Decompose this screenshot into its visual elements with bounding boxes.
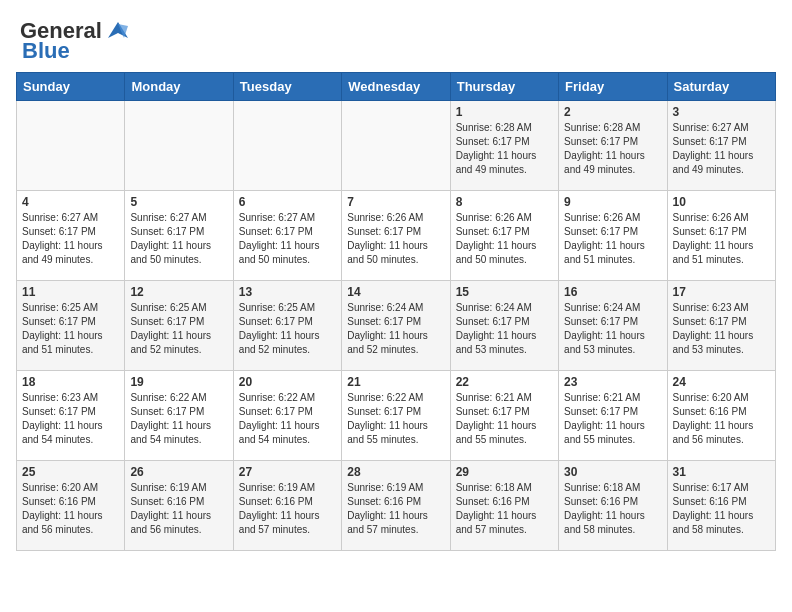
day-cell: 29Sunrise: 6:18 AM Sunset: 6:16 PM Dayli… xyxy=(450,461,558,551)
day-info: Sunrise: 6:20 AM Sunset: 6:16 PM Dayligh… xyxy=(673,391,770,447)
header-day-sunday: Sunday xyxy=(17,73,125,101)
day-number: 26 xyxy=(130,465,227,479)
day-number: 31 xyxy=(673,465,770,479)
day-info: Sunrise: 6:22 AM Sunset: 6:17 PM Dayligh… xyxy=(347,391,444,447)
day-cell xyxy=(233,101,341,191)
day-cell: 30Sunrise: 6:18 AM Sunset: 6:16 PM Dayli… xyxy=(559,461,667,551)
day-number: 18 xyxy=(22,375,119,389)
day-number: 5 xyxy=(130,195,227,209)
day-number: 7 xyxy=(347,195,444,209)
day-info: Sunrise: 6:22 AM Sunset: 6:17 PM Dayligh… xyxy=(239,391,336,447)
day-number: 17 xyxy=(673,285,770,299)
day-cell: 24Sunrise: 6:20 AM Sunset: 6:16 PM Dayli… xyxy=(667,371,775,461)
day-cell: 20Sunrise: 6:22 AM Sunset: 6:17 PM Dayli… xyxy=(233,371,341,461)
day-number: 30 xyxy=(564,465,661,479)
day-info: Sunrise: 6:27 AM Sunset: 6:17 PM Dayligh… xyxy=(22,211,119,267)
day-number: 12 xyxy=(130,285,227,299)
day-cell: 18Sunrise: 6:23 AM Sunset: 6:17 PM Dayli… xyxy=(17,371,125,461)
page-header: General Blue xyxy=(10,10,782,68)
day-number: 14 xyxy=(347,285,444,299)
day-info: Sunrise: 6:22 AM Sunset: 6:17 PM Dayligh… xyxy=(130,391,227,447)
day-info: Sunrise: 6:26 AM Sunset: 6:17 PM Dayligh… xyxy=(456,211,553,267)
day-info: Sunrise: 6:28 AM Sunset: 6:17 PM Dayligh… xyxy=(456,121,553,177)
day-cell: 2Sunrise: 6:28 AM Sunset: 6:17 PM Daylig… xyxy=(559,101,667,191)
day-cell: 22Sunrise: 6:21 AM Sunset: 6:17 PM Dayli… xyxy=(450,371,558,461)
day-cell: 25Sunrise: 6:20 AM Sunset: 6:16 PM Dayli… xyxy=(17,461,125,551)
day-info: Sunrise: 6:25 AM Sunset: 6:17 PM Dayligh… xyxy=(130,301,227,357)
day-info: Sunrise: 6:24 AM Sunset: 6:17 PM Dayligh… xyxy=(347,301,444,357)
day-info: Sunrise: 6:27 AM Sunset: 6:17 PM Dayligh… xyxy=(239,211,336,267)
day-number: 11 xyxy=(22,285,119,299)
logo-bird-icon xyxy=(104,20,132,42)
day-info: Sunrise: 6:19 AM Sunset: 6:16 PM Dayligh… xyxy=(130,481,227,537)
day-cell xyxy=(342,101,450,191)
day-cell: 14Sunrise: 6:24 AM Sunset: 6:17 PM Dayli… xyxy=(342,281,450,371)
day-info: Sunrise: 6:23 AM Sunset: 6:17 PM Dayligh… xyxy=(22,391,119,447)
day-cell: 15Sunrise: 6:24 AM Sunset: 6:17 PM Dayli… xyxy=(450,281,558,371)
day-info: Sunrise: 6:18 AM Sunset: 6:16 PM Dayligh… xyxy=(564,481,661,537)
day-cell: 6Sunrise: 6:27 AM Sunset: 6:17 PM Daylig… xyxy=(233,191,341,281)
day-cell xyxy=(125,101,233,191)
day-cell xyxy=(17,101,125,191)
day-info: Sunrise: 6:23 AM Sunset: 6:17 PM Dayligh… xyxy=(673,301,770,357)
day-cell: 31Sunrise: 6:17 AM Sunset: 6:16 PM Dayli… xyxy=(667,461,775,551)
day-info: Sunrise: 6:27 AM Sunset: 6:17 PM Dayligh… xyxy=(130,211,227,267)
week-row-2: 4Sunrise: 6:27 AM Sunset: 6:17 PM Daylig… xyxy=(17,191,776,281)
day-number: 8 xyxy=(456,195,553,209)
header-day-wednesday: Wednesday xyxy=(342,73,450,101)
day-number: 23 xyxy=(564,375,661,389)
day-cell: 1Sunrise: 6:28 AM Sunset: 6:17 PM Daylig… xyxy=(450,101,558,191)
day-cell: 5Sunrise: 6:27 AM Sunset: 6:17 PM Daylig… xyxy=(125,191,233,281)
day-info: Sunrise: 6:25 AM Sunset: 6:17 PM Dayligh… xyxy=(239,301,336,357)
day-cell: 7Sunrise: 6:26 AM Sunset: 6:17 PM Daylig… xyxy=(342,191,450,281)
day-cell: 23Sunrise: 6:21 AM Sunset: 6:17 PM Dayli… xyxy=(559,371,667,461)
day-number: 6 xyxy=(239,195,336,209)
header-day-saturday: Saturday xyxy=(667,73,775,101)
day-info: Sunrise: 6:25 AM Sunset: 6:17 PM Dayligh… xyxy=(22,301,119,357)
day-cell: 4Sunrise: 6:27 AM Sunset: 6:17 PM Daylig… xyxy=(17,191,125,281)
day-cell: 8Sunrise: 6:26 AM Sunset: 6:17 PM Daylig… xyxy=(450,191,558,281)
day-number: 21 xyxy=(347,375,444,389)
day-number: 2 xyxy=(564,105,661,119)
day-number: 13 xyxy=(239,285,336,299)
day-info: Sunrise: 6:19 AM Sunset: 6:16 PM Dayligh… xyxy=(347,481,444,537)
header-day-monday: Monday xyxy=(125,73,233,101)
calendar-header: SundayMondayTuesdayWednesdayThursdayFrid… xyxy=(17,73,776,101)
day-info: Sunrise: 6:21 AM Sunset: 6:17 PM Dayligh… xyxy=(564,391,661,447)
day-number: 19 xyxy=(130,375,227,389)
day-info: Sunrise: 6:27 AM Sunset: 6:17 PM Dayligh… xyxy=(673,121,770,177)
day-number: 15 xyxy=(456,285,553,299)
day-cell: 3Sunrise: 6:27 AM Sunset: 6:17 PM Daylig… xyxy=(667,101,775,191)
day-number: 10 xyxy=(673,195,770,209)
day-cell: 28Sunrise: 6:19 AM Sunset: 6:16 PM Dayli… xyxy=(342,461,450,551)
day-number: 29 xyxy=(456,465,553,479)
day-number: 1 xyxy=(456,105,553,119)
calendar: SundayMondayTuesdayWednesdayThursdayFrid… xyxy=(10,72,782,551)
day-cell: 10Sunrise: 6:26 AM Sunset: 6:17 PM Dayli… xyxy=(667,191,775,281)
day-number: 24 xyxy=(673,375,770,389)
week-row-3: 11Sunrise: 6:25 AM Sunset: 6:17 PM Dayli… xyxy=(17,281,776,371)
logo: General Blue xyxy=(20,18,132,64)
day-cell: 21Sunrise: 6:22 AM Sunset: 6:17 PM Dayli… xyxy=(342,371,450,461)
day-info: Sunrise: 6:20 AM Sunset: 6:16 PM Dayligh… xyxy=(22,481,119,537)
day-info: Sunrise: 6:28 AM Sunset: 6:17 PM Dayligh… xyxy=(564,121,661,177)
day-info: Sunrise: 6:26 AM Sunset: 6:17 PM Dayligh… xyxy=(564,211,661,267)
day-number: 16 xyxy=(564,285,661,299)
calendar-table: SundayMondayTuesdayWednesdayThursdayFrid… xyxy=(16,72,776,551)
day-cell: 11Sunrise: 6:25 AM Sunset: 6:17 PM Dayli… xyxy=(17,281,125,371)
day-cell: 26Sunrise: 6:19 AM Sunset: 6:16 PM Dayli… xyxy=(125,461,233,551)
week-row-4: 18Sunrise: 6:23 AM Sunset: 6:17 PM Dayli… xyxy=(17,371,776,461)
day-number: 9 xyxy=(564,195,661,209)
day-number: 25 xyxy=(22,465,119,479)
day-info: Sunrise: 6:24 AM Sunset: 6:17 PM Dayligh… xyxy=(564,301,661,357)
day-cell: 17Sunrise: 6:23 AM Sunset: 6:17 PM Dayli… xyxy=(667,281,775,371)
day-cell: 19Sunrise: 6:22 AM Sunset: 6:17 PM Dayli… xyxy=(125,371,233,461)
day-cell: 13Sunrise: 6:25 AM Sunset: 6:17 PM Dayli… xyxy=(233,281,341,371)
day-info: Sunrise: 6:18 AM Sunset: 6:16 PM Dayligh… xyxy=(456,481,553,537)
day-cell: 12Sunrise: 6:25 AM Sunset: 6:17 PM Dayli… xyxy=(125,281,233,371)
day-number: 20 xyxy=(239,375,336,389)
day-info: Sunrise: 6:24 AM Sunset: 6:17 PM Dayligh… xyxy=(456,301,553,357)
day-info: Sunrise: 6:26 AM Sunset: 6:17 PM Dayligh… xyxy=(673,211,770,267)
day-cell: 9Sunrise: 6:26 AM Sunset: 6:17 PM Daylig… xyxy=(559,191,667,281)
day-number: 22 xyxy=(456,375,553,389)
